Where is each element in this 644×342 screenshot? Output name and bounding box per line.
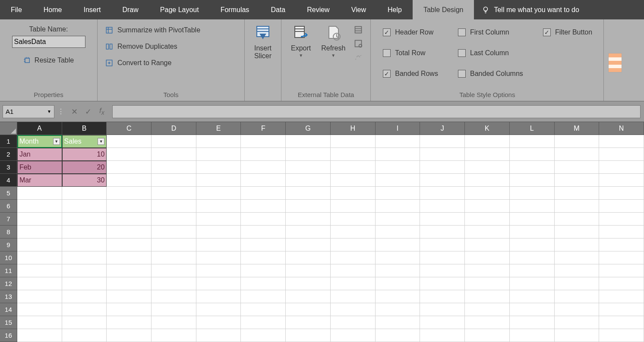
cell-B9[interactable]	[62, 238, 107, 251]
column-header-A[interactable]: A	[17, 122, 62, 135]
cell-C2[interactable]	[107, 148, 152, 161]
cell-A2[interactable]: Jan	[17, 148, 62, 161]
cell-N10[interactable]	[599, 251, 644, 264]
column-header-J[interactable]: J	[420, 122, 465, 135]
cell-C16[interactable]	[107, 329, 152, 342]
refresh-button[interactable]: Refresh ▼	[316, 22, 350, 89]
cell-F6[interactable]	[241, 200, 286, 213]
cell-A8[interactable]	[17, 226, 62, 238]
cell-H6[interactable]	[331, 200, 376, 213]
cell-B6[interactable]	[62, 200, 107, 213]
cell-N11[interactable]	[599, 264, 644, 277]
cell-A7[interactable]	[17, 213, 62, 226]
cell-K8[interactable]	[465, 226, 510, 238]
cell-E6[interactable]	[196, 200, 241, 213]
cell-I11[interactable]	[376, 264, 420, 277]
cell-A12[interactable]	[17, 277, 62, 290]
row-header-12[interactable]: 12	[0, 277, 17, 290]
cell-M12[interactable]	[555, 277, 600, 290]
cell-E3[interactable]	[196, 161, 241, 174]
cell-J14[interactable]	[420, 303, 465, 316]
last-column-checkbox[interactable]: Last Column	[458, 49, 530, 57]
cell-B1[interactable]: Sales▼	[62, 135, 107, 148]
cell-J1[interactable]	[420, 135, 465, 148]
cell-M7[interactable]	[555, 213, 600, 226]
cell-D15[interactable]	[152, 316, 196, 329]
cell-L4[interactable]	[510, 174, 555, 187]
row-header-14[interactable]: 14	[0, 303, 17, 316]
first-column-checkbox[interactable]: First Column	[458, 28, 530, 36]
cell-N12[interactable]	[599, 277, 644, 290]
cell-E16[interactable]	[196, 329, 241, 342]
table-name-input[interactable]	[12, 36, 85, 48]
tab-file[interactable]: File	[0, 0, 33, 19]
row-header-1[interactable]: 1	[0, 135, 17, 148]
row-header-15[interactable]: 15	[0, 316, 17, 329]
tab-help[interactable]: Help	[377, 0, 413, 19]
cell-F2[interactable]	[241, 148, 286, 161]
filter-button-checkbox[interactable]: Filter Button	[543, 28, 599, 36]
cell-M16[interactable]	[555, 329, 600, 342]
cell-B7[interactable]	[62, 213, 107, 226]
cell-D9[interactable]	[152, 238, 196, 251]
header-row-checkbox[interactable]: Header Row	[383, 28, 445, 36]
open-in-browser-button[interactable]	[353, 38, 363, 49]
cell-H7[interactable]	[331, 213, 376, 226]
cell-M3[interactable]	[555, 161, 600, 174]
cell-F14[interactable]	[241, 303, 286, 316]
cell-G11[interactable]	[286, 264, 331, 277]
cell-M10[interactable]	[555, 251, 600, 264]
column-header-K[interactable]: K	[465, 122, 510, 135]
filter-dropdown-icon[interactable]: ▼	[53, 138, 60, 145]
cell-E7[interactable]	[196, 213, 241, 226]
cell-A11[interactable]	[17, 264, 62, 277]
cell-F5[interactable]	[241, 187, 286, 200]
cell-F11[interactable]	[241, 264, 286, 277]
cell-D12[interactable]	[152, 277, 196, 290]
name-box[interactable]: A1 ▼	[3, 105, 54, 118]
column-header-F[interactable]: F	[241, 122, 286, 135]
cell-F7[interactable]	[241, 213, 286, 226]
row-header-2[interactable]: 2	[0, 148, 17, 161]
cell-G14[interactable]	[286, 303, 331, 316]
cell-K10[interactable]	[465, 251, 510, 264]
cell-J2[interactable]	[420, 148, 465, 161]
cell-I2[interactable]	[376, 148, 420, 161]
column-header-C[interactable]: C	[107, 122, 152, 135]
cell-H12[interactable]	[331, 277, 376, 290]
cell-N3[interactable]	[599, 161, 644, 174]
cell-D1[interactable]	[152, 135, 196, 148]
cell-J16[interactable]	[420, 329, 465, 342]
cell-I10[interactable]	[376, 251, 420, 264]
cell-F15[interactable]	[241, 316, 286, 329]
cell-D14[interactable]	[152, 303, 196, 316]
cell-L15[interactable]	[510, 316, 555, 329]
cell-D8[interactable]	[152, 226, 196, 238]
cell-M11[interactable]	[555, 264, 600, 277]
cell-C8[interactable]	[107, 226, 152, 238]
cell-G12[interactable]	[286, 277, 331, 290]
row-header-3[interactable]: 3	[0, 161, 17, 174]
cell-I16[interactable]	[376, 329, 420, 342]
cell-E11[interactable]	[196, 264, 241, 277]
cell-D2[interactable]	[152, 148, 196, 161]
cell-K14[interactable]	[465, 303, 510, 316]
cell-E4[interactable]	[196, 174, 241, 187]
cell-M1[interactable]	[555, 135, 600, 148]
cell-G4[interactable]	[286, 174, 331, 187]
cell-I1[interactable]	[376, 135, 420, 148]
cell-B11[interactable]	[62, 264, 107, 277]
cell-H3[interactable]	[331, 161, 376, 174]
cell-N6[interactable]	[599, 200, 644, 213]
cell-B2[interactable]: 10	[62, 148, 107, 161]
remove-duplicates-button[interactable]: Remove Duplicates	[102, 38, 240, 55]
cell-A10[interactable]	[17, 251, 62, 264]
cell-E5[interactable]	[196, 187, 241, 200]
cell-N9[interactable]	[599, 238, 644, 251]
cell-L8[interactable]	[510, 226, 555, 238]
cell-I4[interactable]	[376, 174, 420, 187]
cell-H2[interactable]	[331, 148, 376, 161]
tab-data[interactable]: Data	[260, 0, 296, 19]
cell-L1[interactable]	[510, 135, 555, 148]
cell-N14[interactable]	[599, 303, 644, 316]
